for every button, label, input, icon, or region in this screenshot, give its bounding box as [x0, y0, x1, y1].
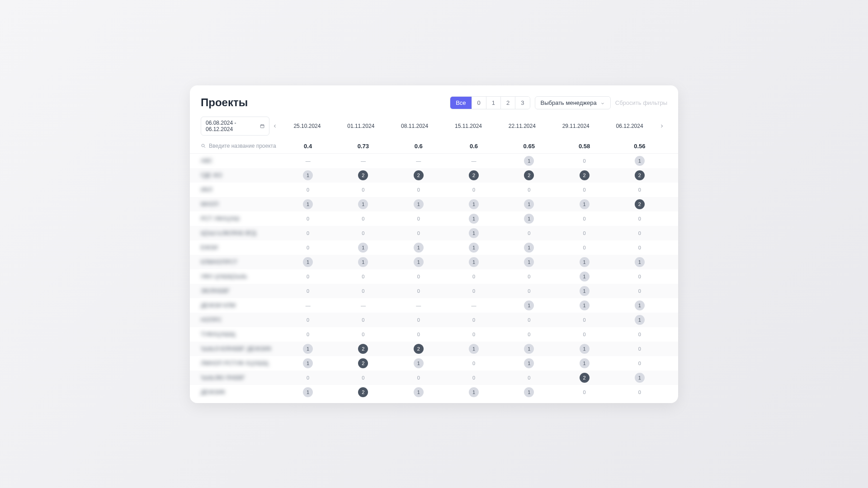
score-badge: 0: [358, 373, 368, 383]
project-name: ЪЫЬЭЮ ЯАБВГ: [201, 374, 280, 381]
score-cell: 2: [446, 170, 501, 180]
table-body: АВС————101ГДЕ ЖЗ1222222ИКЛ0000000МНОП111…: [190, 154, 678, 398]
score-cell: 0: [280, 243, 335, 253]
score-badge: 0: [414, 329, 424, 339]
score-cell: 1: [446, 344, 501, 354]
score-badge: 1: [469, 243, 479, 253]
project-name: ЛМНОП РСТУФ ХЦЧШЩ: [201, 360, 280, 366]
segment-2[interactable]: 2: [501, 97, 515, 109]
score-cell: 0: [391, 329, 446, 339]
date-range-picker[interactable]: 06.08.2024 - 06.12.2024: [201, 117, 269, 136]
next-week-button[interactable]: [656, 123, 667, 129]
score-cell: 1: [335, 199, 391, 209]
table-row[interactable]: УФХ ЦЧШЩЪЫЬ0000010: [190, 269, 678, 284]
score-cell: —: [446, 300, 501, 310]
project-name: ЩЪЫ ЬЭЮЯАБ ВГД: [201, 230, 280, 236]
score-cell: 1: [501, 214, 557, 224]
score-cell: 0: [612, 185, 667, 195]
score-cell: 1: [557, 199, 612, 209]
score-badge: 2: [358, 387, 368, 397]
table-row[interactable]: МНОП1111112: [190, 197, 678, 211]
score-cell: 0: [335, 185, 391, 195]
reset-filters-link[interactable]: Сбросить фильтры: [615, 99, 667, 106]
score-cell: 0: [391, 214, 446, 224]
score-badge: 1: [580, 300, 590, 310]
score-badge: 1: [524, 257, 534, 267]
prev-week-button[interactable]: [269, 123, 280, 129]
table-row[interactable]: НОПРС0000001: [190, 313, 678, 327]
manager-dropdown[interactable]: Выбрать менеджера: [535, 96, 611, 109]
score-badge: 0: [524, 185, 534, 195]
score-badge: 0: [303, 272, 313, 282]
score-cell: 2: [391, 344, 446, 354]
score-badge: 0: [358, 315, 368, 325]
score-badge: 0: [303, 286, 313, 296]
score-cell: 1: [446, 199, 501, 209]
table-row[interactable]: РСТ УФХЦЧШ0001100: [190, 211, 678, 226]
score-cell: 2: [391, 170, 446, 180]
score-badge: 0: [414, 286, 424, 296]
date-columns: 25.10.202401.11.202408.11.202415.11.2024…: [280, 123, 656, 129]
score-cell: 1: [391, 257, 446, 267]
score-badge: 0: [524, 315, 534, 325]
table-row[interactable]: ЩЪЫ ЬЭЮЯАБ ВГД0001000: [190, 226, 678, 240]
score-cell: —: [391, 156, 446, 166]
score-cell: 1: [557, 272, 612, 282]
score-cell: 0: [335, 315, 391, 325]
score-badge: 0: [469, 286, 479, 296]
score-badge: 0: [635, 358, 645, 368]
score-badge: 0: [358, 329, 368, 339]
score-badge: 1: [469, 199, 479, 209]
table-row[interactable]: ИКЛ0000000: [190, 183, 678, 197]
score-cell: 0: [501, 286, 557, 296]
filter-segments: Все0123: [450, 96, 530, 109]
score-cell: 0: [280, 214, 335, 224]
table-row[interactable]: ТУФХЦЧШЩ0000000: [190, 327, 678, 342]
score-badge: 1: [524, 300, 534, 310]
table-row[interactable]: ДЕЖЗИК1211100: [190, 385, 678, 398]
table-row[interactable]: ДЕЖЗИ КЛМ————111: [190, 298, 678, 313]
score-cell: 1: [557, 286, 612, 296]
table-row[interactable]: ЪЫЬЭЮ ЯАБВГ0000021: [190, 371, 678, 385]
score-badge: 1: [524, 387, 534, 397]
table-row[interactable]: ЕЖЗИ0111100: [190, 240, 678, 255]
score-badge: 0: [469, 185, 479, 195]
table-row[interactable]: АВС————101: [190, 154, 678, 168]
average-value: 0.56: [612, 143, 667, 150]
table-row[interactable]: КЛМНОПРСТ1111111: [190, 255, 678, 269]
search-input[interactable]: Введите название проекта: [201, 143, 280, 149]
score-badge: 1: [580, 358, 590, 368]
score-badge: —: [303, 156, 313, 166]
search-placeholder: Введите название проекта: [209, 143, 276, 149]
score-badge: 1: [524, 243, 534, 253]
score-badge: 0: [414, 272, 424, 282]
score-badge: 1: [303, 199, 313, 209]
segment-1[interactable]: 1: [486, 97, 501, 109]
segment-0[interactable]: 0: [472, 97, 486, 109]
score-badge: —: [358, 300, 368, 310]
project-name: УФХ ЦЧШЩЪЫЬ: [201, 273, 280, 280]
table-row[interactable]: ГДЕ ЖЗ1222222: [190, 168, 678, 183]
score-cell: 0: [612, 272, 667, 282]
score-badge: 1: [524, 344, 534, 354]
score-cell: 0: [391, 286, 446, 296]
table-row[interactable]: ЭЮЯАБВГ0000010: [190, 284, 678, 298]
score-badge: 1: [414, 243, 424, 253]
score-cell: 1: [612, 300, 667, 310]
score-cell: 1: [280, 170, 335, 180]
score-badge: 1: [414, 358, 424, 368]
segment-Все[interactable]: Все: [450, 97, 472, 109]
score-cell: —: [280, 300, 335, 310]
score-badge: 1: [580, 199, 590, 209]
score-cell: 0: [501, 315, 557, 325]
score-badge: 1: [414, 199, 424, 209]
score-badge: 1: [414, 387, 424, 397]
svg-point-1: [202, 144, 204, 147]
score-badge: 0: [635, 272, 645, 282]
score-cell: 2: [501, 170, 557, 180]
project-name: НОПРС: [201, 316, 280, 323]
segment-3[interactable]: 3: [515, 97, 529, 109]
table-row[interactable]: ЪЫЬЭ ЮЯАБВГ ДЕЖЗИК1221110: [190, 342, 678, 356]
table-row[interactable]: ЛМНОП РСТУФ ХЦЧШЩ1210110: [190, 356, 678, 371]
score-badge: 0: [635, 243, 645, 253]
